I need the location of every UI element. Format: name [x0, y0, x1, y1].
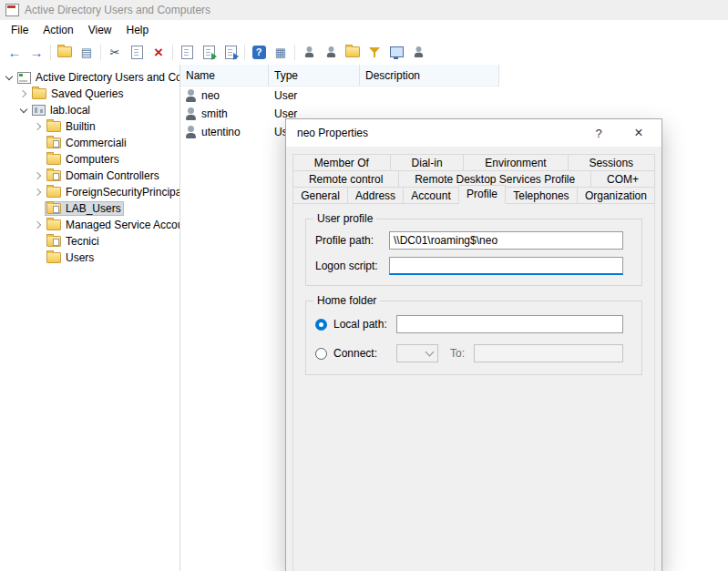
tab-com-plus[interactable]: COM+ [590, 170, 655, 188]
back-icon: ← [8, 46, 22, 59]
delete-x-icon: × [154, 45, 163, 60]
tree-item-foreignsecurityprincipals[interactable]: ForeignSecurityPrincipals [0, 184, 179, 200]
chevron-placeholder [31, 251, 45, 265]
toolbar-cut-button[interactable]: ✂ [104, 42, 126, 63]
menu-action[interactable]: Action [36, 21, 80, 39]
column-header-type[interactable]: Type [269, 65, 360, 87]
chevron-placeholder [31, 202, 45, 216]
tree-item-builtin[interactable]: Builtin [0, 118, 179, 135]
toolbar-add-to-group-button[interactable] [342, 42, 364, 63]
toolbar-remote-control-button[interactable] [385, 42, 407, 63]
toolbar-export-list-button[interactable]: ▤ [76, 42, 97, 63]
monitor-icon [390, 46, 404, 57]
toolbar-separator [100, 45, 101, 60]
local-path-radio[interactable] [315, 319, 327, 331]
properties-doc-icon [181, 46, 193, 59]
tree-item-saved-queries[interactable]: Saved Queries [0, 86, 179, 102]
tree-item-users[interactable]: Users [0, 250, 179, 266]
profile-tab-page: User profile Profile path: Logon script:… [292, 203, 655, 571]
local-path-label: Local path: [333, 318, 396, 331]
toolbar-export-button[interactable] [220, 42, 241, 63]
toolbar-new-group-button[interactable] [320, 42, 342, 63]
toolbar-set-filter-button[interactable] [364, 42, 385, 63]
column-header-name[interactable]: Name [180, 65, 269, 87]
tab-organization[interactable]: Organization [577, 187, 655, 204]
chevron-placeholder [31, 235, 45, 249]
tab-row-3: General Address Account Profile Telephon… [292, 187, 655, 204]
tree-item-lab-local[interactable]: lab.local [0, 102, 179, 118]
tab-member-of[interactable]: Member Of [292, 154, 391, 171]
menu-bar: File Action View Help [0, 20, 728, 39]
column-header-description[interactable]: Description [360, 65, 499, 87]
dialog-close-button[interactable]: × [625, 119, 652, 147]
folder-icon [32, 88, 46, 99]
profile-path-label: Profile path: [315, 234, 389, 247]
ou-folder-icon [46, 236, 61, 247]
tree-item-commerciali[interactable]: Commerciali [0, 135, 179, 151]
list-header: Name Type Description [180, 65, 728, 87]
folder-icon [46, 121, 61, 132]
toolbar-find-button[interactable] [407, 42, 429, 63]
tab-account[interactable]: Account [403, 187, 459, 204]
dialog-title: neo Properties [297, 127, 585, 139]
tree-item-lab-users[interactable]: LAB_Users [0, 200, 179, 217]
tree-item-label: LAB_Users [66, 202, 121, 215]
list-row-neo[interactable]: neo User [180, 87, 728, 105]
connect-radio[interactable] [315, 348, 327, 360]
toolbar-copy-button[interactable] [126, 42, 148, 63]
menu-help[interactable]: Help [119, 21, 157, 39]
chevron-down-icon[interactable] [2, 71, 15, 85]
new-group-icon [325, 46, 335, 57]
tree-item-domain-controllers[interactable]: Domain Controllers [0, 168, 179, 184]
tab-remote-control[interactable]: Remote control [292, 170, 399, 188]
chevron-down-icon [426, 348, 435, 357]
tab-address[interactable]: Address [347, 187, 404, 204]
toolbar-help-button[interactable]: ? [248, 42, 270, 63]
menu-view[interactable]: View [81, 21, 119, 39]
tab-general[interactable]: General [292, 187, 348, 204]
local-path-input[interactable] [396, 315, 623, 333]
chevron-right-icon[interactable] [31, 186, 45, 199]
tab-environment[interactable]: Environment [463, 154, 568, 171]
tree-item-tecnici[interactable]: Tecnici [0, 233, 179, 250]
chevron-right-icon[interactable] [16, 87, 30, 101]
console-tree-icon [57, 46, 72, 57]
tree-item-label: Tecnici [66, 235, 99, 248]
chevron-right-icon[interactable] [31, 219, 45, 232]
tab-telephones[interactable]: Telephones [505, 187, 578, 204]
window-titlebar[interactable]: Active Directory Users and Computers [0, 0, 728, 20]
menu-file[interactable]: File [4, 21, 36, 39]
drive-letter-dropdown[interactable] [396, 344, 438, 362]
logon-script-input[interactable] [389, 257, 623, 275]
row-name: utentino [201, 126, 241, 138]
tab-dial-in[interactable]: Dial-in [390, 154, 465, 171]
tab-sessions[interactable]: Sessions [568, 154, 655, 171]
tree-item-label: Active Directory Users and Com [36, 71, 180, 84]
tree-item-root[interactable]: Active Directory Users and Com [0, 69, 179, 86]
window-list-icon: ▦ [275, 46, 286, 58]
tab-profile[interactable]: Profile [458, 185, 506, 204]
toolbar-new-user-button[interactable] [298, 42, 320, 63]
toolbar-back-button[interactable]: ← [4, 42, 26, 63]
chevron-down-icon[interactable] [16, 104, 30, 117]
toolbar-show-hide-console-tree-button[interactable] [54, 42, 76, 63]
toolbar-window-list-button[interactable]: ▦ [270, 42, 292, 63]
tree-item-managed-service-accounts[interactable]: Managed Service Accou [0, 217, 179, 233]
toolbar-delete-button[interactable]: × [148, 42, 169, 63]
chevron-right-icon[interactable] [31, 169, 45, 183]
profile-path-input[interactable] [389, 231, 623, 250]
chevron-right-icon[interactable] [31, 120, 45, 134]
connect-to-input[interactable] [474, 344, 623, 362]
toolbar-properties-button[interactable] [176, 42, 198, 63]
dialog-help-button[interactable]: ? [585, 119, 612, 147]
toolbar-refresh-button[interactable] [198, 42, 220, 63]
to-label: To: [450, 347, 465, 360]
connect-label: Connect: [333, 347, 396, 360]
chevron-placeholder [31, 137, 45, 150]
logon-script-label: Logon script: [315, 260, 389, 272]
tab-strip: Member Of Dial-in Environment Sessions R… [292, 154, 655, 204]
tree-item-computers[interactable]: Computers [0, 151, 179, 168]
mmc-app-icon [5, 4, 19, 16]
toolbar-forward-button[interactable]: → [26, 42, 47, 63]
dialog-titlebar[interactable]: neo Properties ? × [286, 119, 661, 147]
